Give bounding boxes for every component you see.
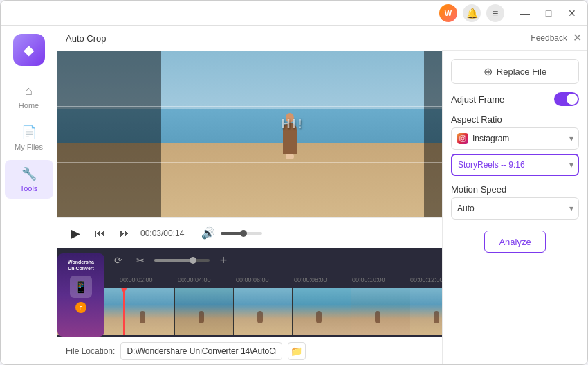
next-frame-button[interactable]: ⏭ (116, 224, 135, 243)
avatar: W (439, 4, 457, 22)
sidebar: ◆ ⌂ Home 📄 My Files 🔧 Tools (1, 26, 57, 364)
scissors-button[interactable]: ✂ (132, 252, 149, 269)
folder-button[interactable]: 📁 (288, 342, 306, 360)
video-text-overlay: Hi! (282, 117, 304, 132)
volume-slider[interactable] (221, 232, 262, 235)
close-button[interactable]: ✕ (562, 3, 582, 23)
motion-speed-section: Motion Speed Auto (451, 184, 579, 220)
adjust-frame-row: Adjust Frame (451, 92, 579, 106)
adjust-frame-toggle[interactable] (554, 92, 579, 106)
ruler-mark-3: 00:00:06:00 (235, 276, 293, 283)
thumb-4 (293, 288, 351, 335)
sidebar-label-tools: Tools (20, 184, 38, 193)
thumb-1 (116, 288, 175, 335)
replace-file-label: Replace File (497, 66, 546, 77)
menu-icon[interactable]: ≡ (486, 4, 504, 22)
promo-icon: 📱 (70, 276, 92, 298)
autocrop-panel: ⊕ Replace File Adjust Frame Aspect Ratio (442, 51, 587, 364)
speed-selected: Auto (457, 204, 475, 213)
notification-icon[interactable]: 🔔 (463, 4, 481, 22)
sidebar-label-myfiles: My Files (15, 143, 43, 151)
platform-selected: Instagram (472, 134, 509, 143)
feedback-link[interactable]: Feedback (531, 33, 567, 43)
ruler-mark-2: 00:00:04:00 (176, 276, 235, 283)
replace-icon: ⊕ (484, 65, 493, 78)
thumb-3 (234, 288, 293, 335)
maximize-button[interactable]: □ (539, 3, 558, 23)
time-display: 00:03/00:14 (140, 229, 196, 238)
promo-badge: F (75, 302, 86, 313)
format-dropdown[interactable]: StoryReels -- 9:16 (451, 154, 579, 176)
speed-dropdown[interactable]: Auto (451, 197, 579, 220)
promo-card: WondershaUniConvert 📱 F (57, 253, 104, 337)
volume-thumb (240, 230, 247, 237)
motion-speed-label: Motion Speed (451, 184, 579, 195)
thumb-5 (351, 288, 410, 335)
toggle-knob (567, 94, 578, 105)
platform-dropdown-wrapper: Instagram (451, 127, 579, 150)
speed-dropdown-wrapper: Auto (451, 197, 579, 220)
svg-point-2 (464, 136, 465, 137)
minimize-button[interactable]: — (515, 3, 535, 23)
instagram-icon (457, 133, 468, 144)
file-path-input[interactable] (120, 342, 282, 360)
svg-rect-0 (460, 136, 466, 141)
sidebar-item-home[interactable]: ⌂ Home (5, 77, 53, 116)
add-media-button[interactable]: + (215, 252, 232, 269)
feedback-close-button[interactable]: ✕ (573, 31, 582, 44)
dialog-title: Auto Crop (66, 33, 107, 44)
file-location-label: File Location: (66, 346, 115, 356)
svg-point-1 (461, 137, 464, 140)
ruler-mark-1: 00:00:02:00 (118, 276, 176, 283)
title-bar-controls: — □ ✕ (515, 3, 582, 23)
format-dropdown-wrapper: StoryReels -- 9:16 (451, 154, 579, 176)
right-panel: Converter to other Trimmer ly trim your … (57, 26, 587, 364)
prev-frame-button[interactable]: ⏮ (91, 224, 110, 243)
zoom-thumb (190, 257, 196, 264)
sidebar-label-home: Home (19, 101, 39, 109)
analyze-button[interactable]: Analyze (484, 231, 545, 253)
app-window: W 🔔 ≡ — □ ✕ ◆ ⌂ Home 📄 My Files (0, 0, 588, 365)
platform-dropdown[interactable]: Instagram (451, 127, 579, 150)
aspect-ratio-section: Aspect Ratio Instagram (451, 114, 579, 176)
title-bar: W 🔔 ≡ — □ ✕ (1, 1, 587, 26)
analyze-section: Analyze (451, 231, 579, 253)
volume-icon: 🔊 (201, 226, 215, 240)
crop-overlay-left (57, 51, 161, 217)
sidebar-item-tools[interactable]: 🔧 Tools (5, 160, 53, 199)
promo-title: WondershaUniConvert (68, 259, 94, 271)
tools-icon: 🔧 (21, 166, 37, 181)
zoom-slider[interactable] (154, 259, 210, 262)
files-icon: 📄 (21, 125, 37, 140)
feedback-bar: Feedback ✕ (442, 26, 587, 51)
ruler-mark-4: 00:00:08:00 (293, 276, 351, 283)
format-selected: StoryReels -- 9:16 (458, 160, 525, 170)
replace-file-button[interactable]: ⊕ Replace File (451, 59, 579, 84)
zoom-fill (154, 259, 193, 262)
playhead[interactable] (123, 288, 125, 335)
refresh-button[interactable]: ⟳ (110, 252, 127, 269)
app-logo: ◆ (13, 34, 45, 66)
aspect-ratio-label: Aspect Ratio (451, 114, 579, 125)
play-button[interactable]: ▶ (66, 224, 85, 243)
home-icon: ⌂ (25, 84, 33, 98)
thumb-2 (175, 288, 234, 335)
adjust-frame-label: Adjust Frame (451, 94, 504, 105)
sidebar-item-myfiles[interactable]: 📄 My Files (5, 118, 53, 157)
ruler-mark-5: 00:00:10:00 (351, 276, 409, 283)
title-bar-icons: W 🔔 ≡ (439, 4, 504, 22)
